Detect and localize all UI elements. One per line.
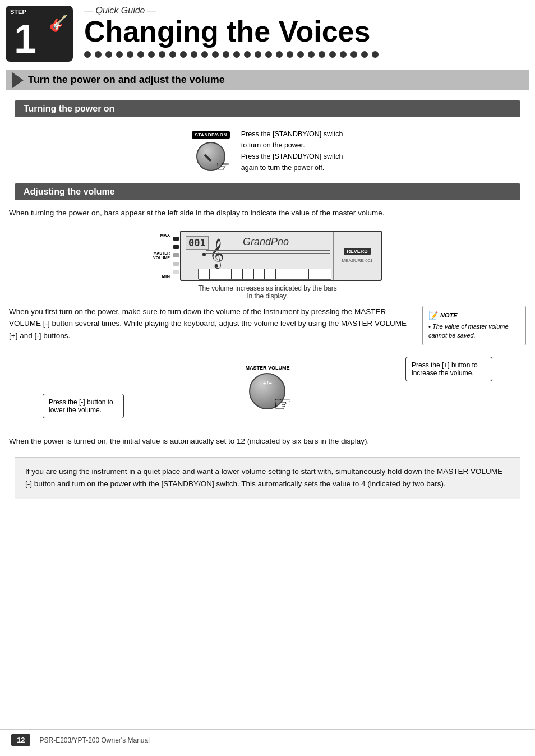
master-volume-label: MASTERVOLUME <box>153 251 170 260</box>
note-label: NOTE <box>440 312 458 319</box>
quick-guide-label: — Quick Guide — <box>84 6 524 16</box>
standby-description: Press the [STANDBY/ON] switch to turn on… <box>241 128 343 173</box>
finger-icon: ☞ <box>216 157 230 176</box>
dot <box>84 51 91 58</box>
section-volume-header: Adjusting the volume <box>15 183 520 200</box>
footer-text: PSR-E203/YPT-200 Owner's Manual <box>39 736 149 744</box>
dot <box>361 51 368 58</box>
info-box: If you are using the instrument in a qui… <box>15 457 520 499</box>
piano-keyboard <box>198 269 331 280</box>
staff-lines <box>206 247 330 260</box>
knob-mark <box>204 154 211 162</box>
dot <box>329 51 336 58</box>
dot <box>105 51 112 58</box>
dot-row <box>84 51 524 58</box>
lcd-display: 001 𝄞 GrandPno REVERB MEASURE 001 <box>180 231 382 281</box>
dot <box>287 51 293 58</box>
standby-label: STANDBY/ON <box>192 131 229 139</box>
volume-illustration: Press the [-] button to lower the volume… <box>9 351 526 424</box>
bar-seg <box>173 270 179 274</box>
dot <box>127 51 133 58</box>
standby-button: ☞ <box>196 142 225 171</box>
white-key <box>320 269 331 279</box>
note-icon: 📝 <box>428 311 438 320</box>
volume-bars <box>172 231 180 281</box>
standby-illustration: STANDBY/ON ☞ Press the [STANDBY/ON] swit… <box>9 128 526 173</box>
white-key <box>287 269 298 279</box>
white-key <box>309 269 320 279</box>
page-number: 12 <box>11 734 30 746</box>
bar-seg <box>173 262 179 266</box>
dot <box>265 51 272 58</box>
max-label: MAX <box>160 233 170 238</box>
note-box: 📝 NOTE • The value of master volume cann… <box>422 306 526 345</box>
dot <box>233 51 240 58</box>
master-volume-knob: +/− ☞ <box>249 373 285 409</box>
standby-button-group: STANDBY/ON ☞ <box>192 131 229 171</box>
master-volume-label: MASTER VOLUME <box>245 365 289 371</box>
dot <box>137 51 144 58</box>
standby-line4: again to turn the power off. <box>241 162 343 173</box>
dot <box>244 51 251 58</box>
dot <box>201 51 208 58</box>
note-dot <box>202 253 206 256</box>
white-key <box>254 269 265 279</box>
bar-seg <box>173 245 179 249</box>
master-volume-group: MASTER VOLUME +/− ☞ <box>245 365 289 409</box>
volume-scale: MAX MASTERVOLUME MIN <box>153 231 172 281</box>
dot <box>276 51 283 58</box>
white-key <box>298 269 310 279</box>
note-header: 📝 NOTE <box>428 311 520 320</box>
standby-line1: Press the [STANDBY/ON] switch <box>241 128 343 140</box>
step-badge: Step 1 🎸 <box>6 6 73 62</box>
white-key <box>232 269 243 279</box>
dot <box>297 51 304 58</box>
display-caption: The volume increases as indicated by the… <box>198 284 336 300</box>
dot <box>159 51 165 58</box>
dot <box>169 51 176 58</box>
step-number: 1 <box>14 19 36 59</box>
section-main-header: Turn the power on and adjust the volume <box>6 70 529 90</box>
section-power-header: Turning the power on <box>15 100 520 117</box>
dot <box>191 51 197 58</box>
dot <box>180 51 187 58</box>
dot <box>319 51 325 58</box>
white-key <box>276 269 287 279</box>
plus-minus: +/− <box>263 380 272 386</box>
page-header: Step 1 🎸 — Quick Guide — Changing the Vo… <box>0 0 535 62</box>
main-content: Turning the power on STANDBY/ON ☞ Press … <box>0 100 535 499</box>
bar-seg <box>173 253 179 257</box>
dot <box>148 51 155 58</box>
dot <box>223 51 229 58</box>
measure-label: MEASURE 001 <box>342 258 372 263</box>
section-volume-label: Adjusting the volume <box>24 187 115 196</box>
voice-name: GrandPno <box>243 236 289 248</box>
dot <box>212 51 219 58</box>
music-icon: 🎸 <box>49 14 68 33</box>
dot <box>255 51 261 58</box>
standby-line3: Press the [STANDBY/ON] switch <box>241 151 343 162</box>
note-text: • The value of master volume cannot be s… <box>428 322 520 340</box>
increase-text: Press the [+] button to increase the vol… <box>412 361 478 377</box>
display-illustration: MAX MASTERVOLUME MIN 001 𝄞 <box>9 231 526 300</box>
display-number: 001 <box>186 236 209 250</box>
min-label: MIN <box>162 274 170 279</box>
dot <box>340 51 347 58</box>
hand-finger-icon: ☞ <box>273 391 292 416</box>
body-section-2: When you first turn on the power, make s… <box>9 306 526 345</box>
main-title: Changing the Voices <box>84 16 524 48</box>
dot <box>95 51 102 58</box>
body-text-2: When you first turn on the power, make s… <box>9 306 413 342</box>
increase-callout: Press the [+] button to increase the vol… <box>405 357 492 381</box>
section-power-label: Turning the power on <box>24 104 114 113</box>
page-footer: 12 PSR-E203/YPT-200 Owner's Manual <box>0 729 535 750</box>
standby-line2: to turn on the power. <box>241 140 343 151</box>
bar-seg <box>173 237 179 241</box>
step-label: Step <box>10 8 26 15</box>
dot <box>350 51 357 58</box>
white-key <box>243 269 254 279</box>
dot <box>116 51 123 58</box>
white-key <box>265 269 276 279</box>
white-key <box>199 269 210 279</box>
decrease-callout: Press the [-] button to lower the volume… <box>43 394 124 418</box>
